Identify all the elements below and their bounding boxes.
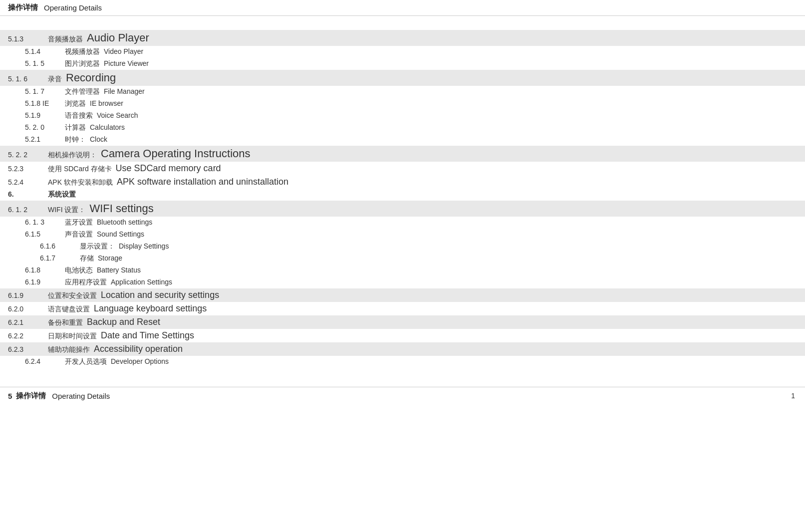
toc-row: 6.2.2日期和时间设置Date and Time Settings [0,329,805,342]
toc-num: 6. 1. 2 [8,206,48,214]
toc-zh: 视频播放器 [65,47,100,56]
toc-zh: 位置和安全设置 [48,291,97,300]
toc-zh: 蓝牙设置 [65,218,93,227]
toc-en: Battery Status [97,266,141,274]
toc-zh: 音频播放器 [48,35,83,44]
toc-num: 5.1.8 IE [25,99,65,107]
page-container: 操作详情 Operating Details 5.1.3音频播放器Audio P… [0,0,805,405]
toc-row: 5.1.9语音搜索Voice Search [0,110,805,122]
toc-row: 5. 1. 5图片浏览器Picture Viewer [0,58,805,70]
toc-en: Camera Operating Instructions [101,147,251,160]
toc-en: Picture Viewer [104,59,149,67]
toc-zh: 存储 [80,254,94,263]
toc-en: IE browser [90,99,123,107]
toc-num: 6.1.7 [40,254,80,262]
toc-zh: 辅助功能操作 [48,345,90,354]
toc-row: 5.2.3使用 SDCard 存储卡Use SDCard memory card [0,162,805,175]
toc-row: 6. 1. 3蓝牙设置Bluetooth settings [0,217,805,229]
spacer-row [0,21,805,30]
toc-zh: WIFI 设置： [48,206,85,215]
toc-en: APK software installation and uninstalla… [117,177,288,187]
toc-row: 6.1.8电池状态Battery Status [0,265,805,276]
toc-num: 6. 1. 3 [25,218,65,226]
toc-zh: 声音设置 [65,230,93,239]
toc-zh: 日期和时间设置 [48,332,97,341]
toc-row: 5. 1. 7文件管理器File Manager [0,86,805,98]
toc-zh: 系统设置 [48,190,76,199]
footer-num: 5 [8,392,12,400]
toc-zh: 时钟： [65,135,86,144]
toc-num: 6.2.1 [8,318,48,326]
toc-row: 6.2.1备份和重置Backup and Reset [0,315,805,329]
toc-row: 6.1.7存储Storage [0,253,805,265]
toc-en: Sound Settings [97,230,144,238]
toc-zh: 备份和重置 [48,318,83,327]
toc-en: Accessibility operation [94,344,183,354]
toc-row: 5.2.4APK 软件安装和卸载APK software installatio… [0,175,805,189]
toc-num: 6.2.0 [8,305,48,313]
toc-row: 5.1.4视频播放器Video Player [0,46,805,58]
toc-en: Use SDCard memory card [116,163,221,174]
toc-row: 6.2.3辅助功能操作Accessibility operation [0,342,805,356]
toc-row: 6.1.9应用程序设置Application Settings [0,276,805,288]
toc-en: Storage [98,254,122,262]
toc-num: 6. [8,190,48,198]
toc-en: Calculators [90,123,125,131]
toc-en: Bluetooth settings [97,218,152,226]
toc-row: 6.2.0语言键盘设置Language keyboard settings [0,302,805,315]
toc-zh: 使用 SDCard 存储卡 [48,165,112,174]
toc-num: 6.2.2 [8,332,48,340]
toc-en: Video Player [104,47,143,55]
toc-row: 5.1.8 IE浏览器IE browser [0,98,805,110]
toc-num: 5.2.4 [8,178,48,186]
toc-num: 6.1.6 [40,242,80,250]
toc-zh: 文件管理器 [65,87,100,96]
footer-english: Operating Details [52,392,110,400]
toc-zh: 电池状态 [65,266,93,275]
toc-en: Recording [66,71,116,84]
toc-num: 6.1.8 [25,266,65,274]
toc-row: 6.1.6显示设置：Display Settings [0,241,805,253]
toc-num: 5. 1. 6 [8,75,48,83]
toc-row: 6. 1. 2WIFI 设置：WIFI settings [0,201,805,217]
toc-num: 6.1.9 [25,278,65,286]
header-english: Operating Details [44,3,102,12]
toc-num: 5.1.4 [25,47,65,55]
toc-en: Display Settings [119,242,169,250]
page-footer: 5 操作详情 Operating Details [0,387,805,405]
toc-num: 5. 2. 0 [25,123,65,131]
toc-en: Backup and Reset [87,317,160,327]
toc-num: 5.1.3 [8,35,48,43]
toc-row: 6.系统设置 [0,189,805,201]
toc-en: Date and Time Settings [101,330,194,341]
toc-row: 6.1.9位置和安全设置Location and security settin… [0,288,805,302]
toc-en: Language keyboard settings [94,303,207,314]
footer-chinese: 操作详情 [16,391,46,401]
toc-en: Voice Search [97,111,138,119]
toc-zh: 浏览器 [65,99,86,108]
toc-num: 6.1.5 [25,230,65,238]
toc-zh: APK 软件安装和卸载 [48,178,113,187]
toc-num: 5.1.9 [25,111,65,119]
toc-num: 5. 2. 2 [8,151,48,159]
toc-row: 5. 2. 0计算器Calculators [0,122,805,134]
toc-row: 5.1.3音频播放器Audio Player [0,30,805,46]
toc-en: Audio Player [87,31,149,44]
toc-num: 5. 1. 7 [25,87,65,95]
toc-zh: 应用程序设置 [65,278,107,287]
toc-zh: 显示设置： [80,242,115,251]
toc-row: 6.2.4开发人员选项Developer Options [0,356,805,368]
toc-section: 5.1.3音频播放器Audio Player5.1.4视频播放器Video Pl… [0,16,805,377]
toc-num: 6.1.9 [8,291,48,299]
toc-row: 5.2.1时钟：Clock [0,134,805,146]
toc-zh: 开发人员选项 [65,357,107,366]
toc-num: 5. 1. 5 [25,59,65,67]
toc-en: Location and security settings [101,290,219,300]
toc-num: 5.2.1 [25,135,65,143]
toc-en: Developer Options [111,357,169,365]
toc-row: 5. 2. 2相机操作说明：Camera Operating Instructi… [0,146,805,162]
toc-row: 5. 1. 6录音Recording [0,70,805,86]
toc-zh: 语言键盘设置 [48,305,90,314]
spacer-row [0,368,805,377]
toc-num: 6.2.4 [25,357,65,365]
